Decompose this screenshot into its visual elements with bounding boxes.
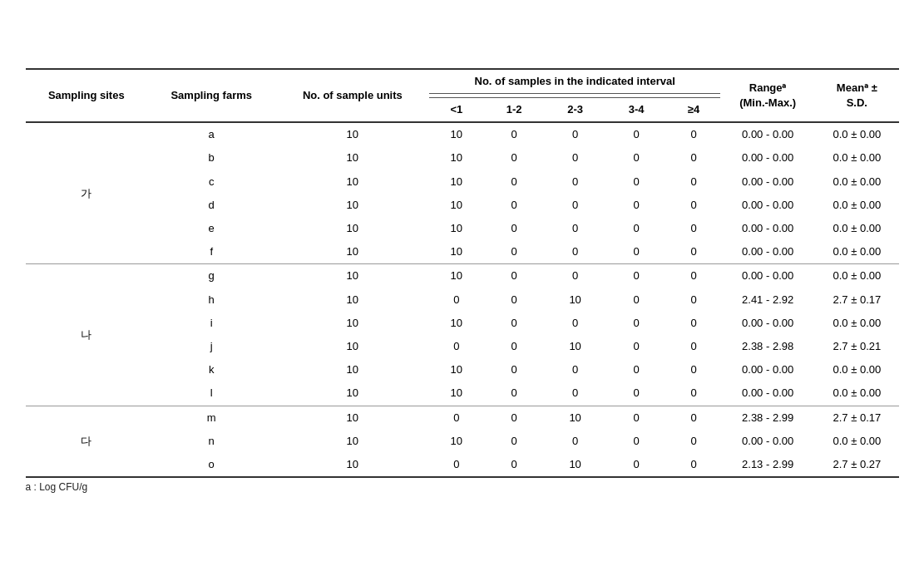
table-row: o100010002.13 - 2.992.7 ± 0.27 <box>26 453 899 477</box>
interval-r12-cell: 0 <box>483 358 545 381</box>
col-ge4: ≥4 <box>667 98 720 123</box>
interval-r34-cell: 0 <box>605 312 667 335</box>
farm-cell: j <box>147 335 275 358</box>
interval-r23-cell: 0 <box>545 264 606 288</box>
mean-cell: 0.0 ± 0.00 <box>815 430 898 453</box>
range-cell: 0.00 - 0.00 <box>720 146 815 170</box>
table-row: j100010002.38 - 2.982.7 ± 0.21 <box>26 335 899 358</box>
interval-lt1-cell: 0 <box>429 335 483 358</box>
col-lt1: <1 <box>429 98 483 123</box>
interval-r34-cell: 0 <box>605 358 667 381</box>
range-cell: 0.00 - 0.00 <box>720 358 815 381</box>
col-sample-units: No. of sample units <box>275 69 429 122</box>
interval-lt1-cell: 10 <box>429 381 483 406</box>
col-interval-group: No. of samples in the indicated interval <box>429 69 720 94</box>
interval-r12-cell: 0 <box>483 430 545 453</box>
mean-cell: 0.0 ± 0.00 <box>815 122 898 146</box>
farm-cell: b <box>147 146 275 170</box>
col-12: 1-2 <box>483 98 545 123</box>
interval-lt1-cell: 10 <box>429 194 483 217</box>
interval-ge4-cell: 0 <box>667 194 720 217</box>
range-cell: 0.00 - 0.00 <box>720 170 815 194</box>
interval-r23-cell: 10 <box>545 453 606 477</box>
interval-lt1-cell: 0 <box>429 453 483 477</box>
mean-cell: 0.0 ± 0.00 <box>815 264 898 288</box>
interval-r12-cell: 0 <box>483 335 545 358</box>
interval-ge4-cell: 0 <box>667 170 720 194</box>
units-cell: 10 <box>275 453 429 477</box>
table-row: 가a101000000.00 - 0.000.0 ± 0.00 <box>26 122 899 146</box>
table-row: b101000000.00 - 0.000.0 ± 0.00 <box>26 146 899 170</box>
interval-lt1-cell: 0 <box>429 288 483 312</box>
interval-r34-cell: 0 <box>605 381 667 406</box>
interval-lt1-cell: 10 <box>429 122 483 146</box>
units-cell: 10 <box>275 146 429 170</box>
farm-cell: a <box>147 122 275 146</box>
range-cell: 0.00 - 0.00 <box>720 264 815 288</box>
range-cell: 0.00 - 0.00 <box>720 312 815 335</box>
interval-r23-cell: 10 <box>545 406 606 430</box>
range-cell: 0.00 - 0.00 <box>720 381 815 406</box>
mean-cell: 0.0 ± 0.00 <box>815 381 898 406</box>
interval-r23-cell: 10 <box>545 335 606 358</box>
site-cell: 나 <box>26 264 148 406</box>
range-cell: 0.00 - 0.00 <box>720 217 815 240</box>
table-row: i101000000.00 - 0.000.0 ± 0.00 <box>26 312 899 335</box>
interval-r12-cell: 0 <box>483 146 545 170</box>
mean-cell: 0.0 ± 0.00 <box>815 170 898 194</box>
mean-cell: 0.0 ± 0.00 <box>815 194 898 217</box>
mean-cell: 0.0 ± 0.00 <box>815 217 898 240</box>
interval-ge4-cell: 0 <box>667 122 720 146</box>
interval-lt1-cell: 10 <box>429 240 483 264</box>
mean-cell: 2.7 ± 0.21 <box>815 335 898 358</box>
interval-lt1-cell: 10 <box>429 217 483 240</box>
col-sampling-farms: Sampling farms <box>147 69 275 122</box>
mean-cell: 0.0 ± 0.00 <box>815 358 898 381</box>
interval-r34-cell: 0 <box>605 240 667 264</box>
table-row: h100010002.41 - 2.922.7 ± 0.17 <box>26 288 899 312</box>
table-row: 다m100010002.38 - 2.992.7 ± 0.17 <box>26 406 899 430</box>
interval-lt1-cell: 10 <box>429 264 483 288</box>
units-cell: 10 <box>275 122 429 146</box>
interval-ge4-cell: 0 <box>667 430 720 453</box>
interval-ge4-cell: 0 <box>667 264 720 288</box>
units-cell: 10 <box>275 381 429 406</box>
range-cell: 0.00 - 0.00 <box>720 240 815 264</box>
interval-r23-cell: 0 <box>545 358 606 381</box>
interval-lt1-cell: 10 <box>429 170 483 194</box>
col-23: 2-3 <box>545 98 606 123</box>
col-34: 3-4 <box>605 98 667 123</box>
units-cell: 10 <box>275 217 429 240</box>
units-cell: 10 <box>275 194 429 217</box>
range-cell: 2.38 - 2.99 <box>720 406 815 430</box>
interval-ge4-cell: 0 <box>667 312 720 335</box>
range-cell: 2.41 - 2.92 <box>720 288 815 312</box>
farm-cell: i <box>147 312 275 335</box>
interval-r23-cell: 0 <box>545 430 606 453</box>
col-sampling-sites: Sampling sites <box>26 69 148 122</box>
interval-ge4-cell: 0 <box>667 240 720 264</box>
units-cell: 10 <box>275 358 429 381</box>
units-cell: 10 <box>275 240 429 264</box>
mean-cell: 2.7 ± 0.27 <box>815 453 898 477</box>
interval-r34-cell: 0 <box>605 264 667 288</box>
site-cell: 가 <box>26 122 148 264</box>
interval-r34-cell: 0 <box>605 122 667 146</box>
interval-ge4-cell: 0 <box>667 358 720 381</box>
interval-lt1-cell: 0 <box>429 406 483 430</box>
interval-lt1-cell: 10 <box>429 146 483 170</box>
range-cell: 2.38 - 2.98 <box>720 335 815 358</box>
interval-r23-cell: 0 <box>545 170 606 194</box>
interval-r34-cell: 0 <box>605 430 667 453</box>
units-cell: 10 <box>275 170 429 194</box>
interval-r23-cell: 0 <box>545 194 606 217</box>
interval-r12-cell: 0 <box>483 194 545 217</box>
range-cell: 0.00 - 0.00 <box>720 430 815 453</box>
interval-r12-cell: 0 <box>483 453 545 477</box>
interval-r34-cell: 0 <box>605 146 667 170</box>
units-cell: 10 <box>275 430 429 453</box>
table-row: 나g101000000.00 - 0.000.0 ± 0.00 <box>26 264 899 288</box>
interval-r23-cell: 0 <box>545 122 606 146</box>
farm-cell: h <box>147 288 275 312</box>
site-cell: 다 <box>26 406 148 477</box>
